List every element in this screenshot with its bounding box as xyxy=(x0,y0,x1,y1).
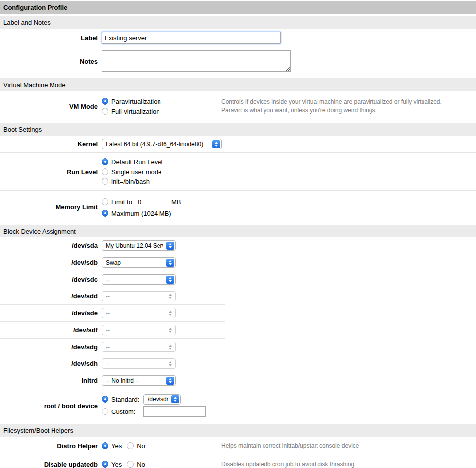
section-block-device-assignment: Block Device Assignment xyxy=(0,225,476,237)
memory-limit-input[interactable] xyxy=(135,197,167,207)
dev-sdg-select: -- xyxy=(102,342,176,352)
device-sdc-label: /dev/sdc xyxy=(0,276,102,283)
notes-row: Notes xyxy=(0,47,476,76)
root-device-standard-label: Standard: xyxy=(111,396,143,403)
distro-helper-help: Helps maintain correct inittab/upstart c… xyxy=(221,442,476,450)
select-stepper-icon xyxy=(166,276,174,284)
device-sda-label: /dev/sda xyxy=(0,242,102,249)
dev-sdd-select: -- xyxy=(102,291,176,301)
label-row: Label xyxy=(0,29,476,47)
root-device-standard-select[interactable]: /dev/sda xyxy=(143,394,181,405)
memory-maximum-label: Maximum (1024 MB) xyxy=(111,210,171,217)
select-stepper-icon xyxy=(166,309,174,317)
notes-textarea[interactable] xyxy=(102,50,291,72)
vm-mode-full-virtualization-radio[interactable] xyxy=(102,108,108,115)
device-row-sdb: /dev/sdb Swap xyxy=(0,254,225,271)
memory-limit-to-label: Limit to xyxy=(111,198,132,206)
section-virtual-machine-mode: Virtual Machine Mode xyxy=(0,78,476,91)
page-title: Configuration Profile xyxy=(0,1,476,14)
label-field-label: Label xyxy=(0,34,102,42)
device-sdg-label: /dev/sdg xyxy=(0,343,102,351)
select-stepper-icon xyxy=(166,242,174,250)
root-device-custom-label: Custom: xyxy=(111,408,143,415)
helper-row-updatedb: Disable updatedb Yes No Disables updated… xyxy=(0,455,476,468)
run-level-default-radio[interactable] xyxy=(102,158,108,165)
device-row-sdf: /dev/sdf -- xyxy=(0,322,225,339)
label-input[interactable] xyxy=(102,32,281,44)
vm-mode-label: VM Mode xyxy=(0,103,102,110)
vm-mode-help: Controls if devices inside your virtual … xyxy=(221,98,476,115)
disable-updatedb-no-radio[interactable] xyxy=(127,461,134,468)
kernel-label: Kernel xyxy=(0,140,102,148)
section-filesystem-boot-helpers: Filesystem/Boot Helpers xyxy=(0,424,476,437)
section-label-and-notes: Label and Notes xyxy=(0,16,476,29)
vm-mode-full-virtualization-label: Full-virtualization xyxy=(111,108,160,115)
device-row-sdd: /dev/sdd -- xyxy=(0,288,225,305)
device-sde-label: /dev/sde xyxy=(0,309,102,317)
select-stepper-icon xyxy=(171,395,179,403)
device-row-sdh: /dev/sdh -- xyxy=(0,355,225,372)
yes-label: Yes xyxy=(111,442,122,450)
memory-limit-row: Memory Limit Limit to MB Maximum (1024 M… xyxy=(0,191,476,223)
vm-mode-row: VM Mode Paravirtualization Full-virtuali… xyxy=(0,91,476,121)
select-stepper-icon xyxy=(166,343,174,351)
device-sdd-label: /dev/sdd xyxy=(0,292,102,300)
helper-row-distro: Distro Helper Yes No Helps maintain corr… xyxy=(0,437,476,455)
root-device-custom-input[interactable] xyxy=(143,406,206,417)
root-boot-device-row: root / boot device Standard: /dev/sda Cu… xyxy=(0,389,476,422)
dev-sde-select: -- xyxy=(102,308,176,318)
run-level-label: Run Level xyxy=(0,168,102,176)
root-device-standard-radio[interactable] xyxy=(102,396,108,403)
run-level-default-label: Default Run Level xyxy=(111,158,162,166)
memory-limit-unit: MB xyxy=(171,198,181,206)
device-sdh-label: /dev/sdh xyxy=(0,360,102,367)
device-row-sde: /dev/sde -- xyxy=(0,305,225,322)
run-level-init-bash-label: init=/bin/bash xyxy=(111,178,150,185)
no-label: No xyxy=(137,442,145,450)
device-row-sdg: /dev/sdg -- xyxy=(0,339,225,355)
run-level-single-user-radio[interactable] xyxy=(102,168,108,175)
distro-helper-label: Distro Helper xyxy=(0,442,102,450)
memory-limit-label: Memory Limit xyxy=(0,203,102,211)
select-stepper-icon xyxy=(166,259,174,267)
vm-mode-paravirtualization-label: Paravirtualization xyxy=(111,98,161,105)
dev-sdb-select[interactable]: Swap xyxy=(102,257,176,268)
device-row-sda: /dev/sda My Ubuntu 12.04 Server xyxy=(0,237,225,254)
select-stepper-icon xyxy=(166,292,174,300)
dev-sdc-select[interactable]: -- xyxy=(102,274,176,285)
dev-sdh-select: -- xyxy=(102,358,176,369)
select-stepper-icon xyxy=(166,377,174,385)
device-row-initrd: initrd -- No initrd -- xyxy=(0,372,225,389)
root-device-custom-radio[interactable] xyxy=(102,408,108,415)
root-boot-device-label: root / boot device xyxy=(0,402,102,410)
yes-label: Yes xyxy=(111,461,122,468)
run-level-row: Run Level Default Run Level Single user … xyxy=(0,153,476,191)
distro-helper-yes-radio[interactable] xyxy=(102,442,108,449)
notes-field-label: Notes xyxy=(0,58,102,65)
initrd-label: initrd xyxy=(0,377,102,384)
section-boot-settings: Boot Settings xyxy=(0,123,476,136)
select-stepper-icon xyxy=(212,140,220,148)
device-sdb-label: /dev/sdb xyxy=(0,259,102,266)
device-sdf-label: /dev/sdf xyxy=(0,326,102,334)
no-label: No xyxy=(137,461,145,468)
kernel-row: Kernel Latest 64 bit (4.9.7-x86_64-linod… xyxy=(0,136,476,153)
distro-helper-no-radio[interactable] xyxy=(127,442,134,449)
run-level-init-bash-radio[interactable] xyxy=(102,178,108,185)
select-stepper-icon xyxy=(166,360,174,368)
run-level-single-user-label: Single user mode xyxy=(111,168,161,176)
disable-updatedb-help: Disables updatedb cron job to avoid disk… xyxy=(221,460,476,468)
disable-updatedb-yes-radio[interactable] xyxy=(102,461,108,468)
device-row-sdc: /dev/sdc -- xyxy=(0,271,225,288)
kernel-select[interactable]: Latest 64 bit (4.9.7-x86_64-linode80) xyxy=(102,139,222,149)
memory-maximum-radio[interactable] xyxy=(102,210,108,217)
vm-mode-paravirtualization-radio[interactable] xyxy=(102,98,108,105)
dev-sda-select[interactable]: My Ubuntu 12.04 Server xyxy=(102,240,176,251)
select-stepper-icon xyxy=(166,326,174,334)
dev-sdf-select: -- xyxy=(102,325,176,335)
memory-limit-to-radio[interactable] xyxy=(102,198,108,205)
disable-updatedb-label: Disable updatedb xyxy=(0,461,102,468)
initrd-select[interactable]: -- No initrd -- xyxy=(102,375,176,386)
